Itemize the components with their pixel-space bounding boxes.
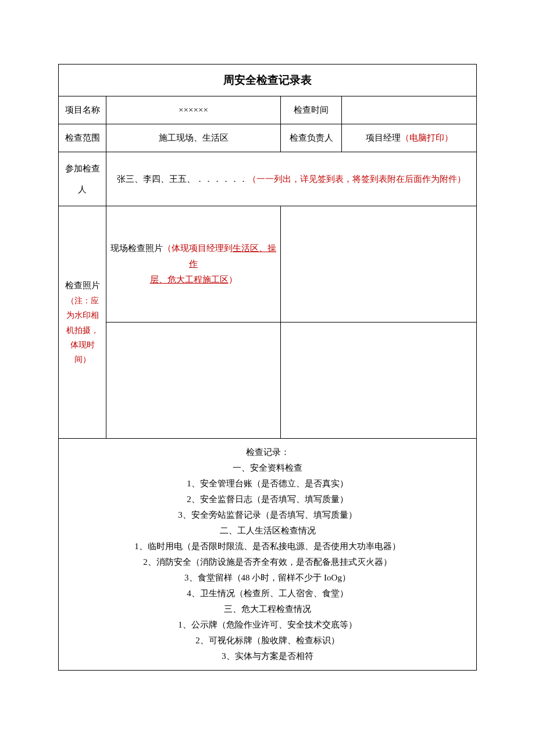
photo-desc-prefix: 现场检查照片 (110, 243, 163, 253)
label-responsible: 检查负责人 (281, 124, 342, 152)
value-participants: 张三、李四、王五、．．．．．．（一一列出，详见签到表，将签到表附在后面作为附件） (106, 152, 477, 206)
label-scope: 检查范围 (59, 124, 106, 152)
resp-note: （电脑打印） (401, 133, 453, 142)
record-s1-3: 3、安全旁站监督记录（是否填写、填写质量） (62, 507, 473, 523)
value-project-name: ×××××× (106, 96, 281, 124)
record-s2-3: 3、食堂留样（48 小时，留样不少于 IoOg） (62, 570, 473, 586)
photo-note-line3: 机拍摄， (62, 323, 102, 338)
record-s2-4: 4、卫生情况（检查所、工人宿舍、食堂） (62, 586, 473, 601)
record-s1: 一、安全资料检查 (62, 460, 473, 476)
photo-cell-4 (281, 323, 477, 439)
photo-cell-3 (106, 323, 281, 439)
photo-desc-red1: （体现项目经理到 (163, 243, 233, 253)
photo-cell-1: 现场检查照片（体现项目经理到生活区、操作层、危大工程施工区） (106, 206, 281, 323)
inspection-record: 检查记录： 一、安全资料检查 1、安全管理台账（是否德立、是否真实） 2、安全监… (59, 439, 477, 671)
record-s3-3: 3、实体与方案是否相符 (62, 648, 473, 664)
value-scope: 施工现场、生活区 (106, 124, 281, 152)
label-photos: 检查照片 （注：应 为水印相 机拍摄， 体现时 间） (59, 206, 106, 439)
photo-note-line2: 为水印相 (62, 308, 102, 323)
participants-names: 张三、李四、王五、．．．．．． (117, 174, 248, 184)
record-s1-1: 1、安全管理台账（是否德立、是否真实） (62, 476, 473, 492)
label-participants: 参加检查人 (59, 152, 106, 206)
photo-note-line4: 体现时 (62, 338, 102, 352)
record-s2-1: 1、临时用电（是否限时限流、是否私接电源、是否使用大功率电器） (62, 539, 473, 554)
record-heading: 检查记录： (62, 445, 473, 460)
record-s3: 三、危大工程检查情况 (62, 601, 473, 617)
photo-desc-u2: 层、危大工程施工区 (150, 275, 229, 284)
inspection-form: 周安全检查记录表 项目名称 ×××××× 检查时间 检查范围 施工现场、生活区 … (58, 64, 477, 671)
label-project-name: 项目名称 (59, 96, 106, 124)
label-inspection-time: 检查时间 (281, 96, 342, 124)
participants-note: （一一列出，详见签到表，将签到表附在后面作为附件） (248, 174, 466, 184)
record-s2-2: 2、消防安全（消防设施是否齐全有效，是否配备悬挂式灭火器） (62, 554, 473, 570)
form-title: 周安全检查记录表 (59, 65, 477, 96)
record-s3-1: 1、公示牌（危险作业许可、安全技术交底等） (62, 617, 473, 633)
value-responsible: 项目经理（电脑打印） (342, 124, 477, 152)
record-s2: 二、工人生活区检查情况 (62, 523, 473, 539)
value-inspection-time (342, 96, 477, 124)
photo-label-main: 检查照片 (65, 281, 100, 290)
photo-cell-2 (281, 206, 477, 323)
photo-note-line1: （注：应 (62, 293, 102, 308)
record-s3-2: 2、可视化标牌（脸收牌、检查标识） (62, 633, 473, 648)
photo-desc-red2: ） (229, 275, 237, 284)
record-s1-2: 2、安全监督日志（是否填写、填写质量） (62, 492, 473, 507)
resp-text: 项目经理 (366, 133, 401, 142)
photo-note-line5: 间） (62, 352, 102, 367)
